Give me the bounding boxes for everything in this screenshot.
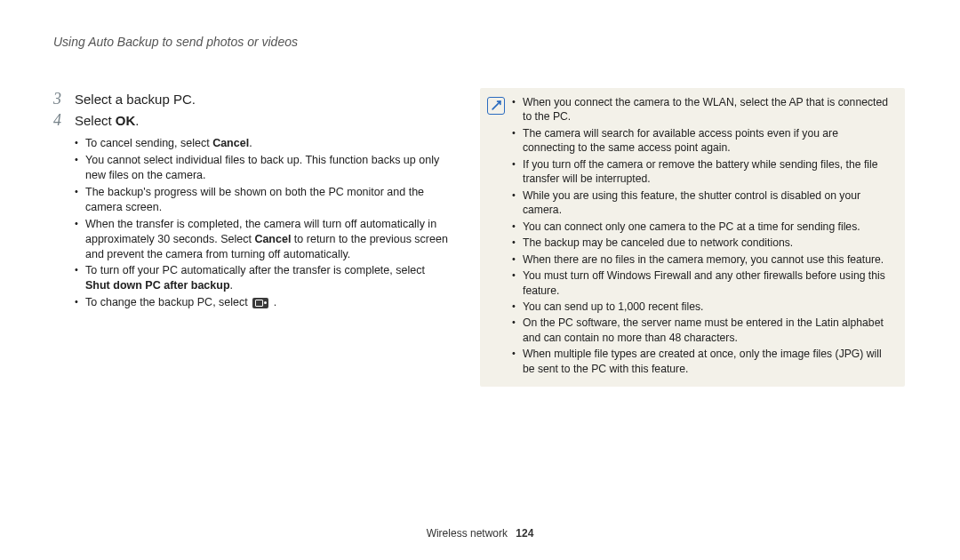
right-column: When you connect the camera to the WLAN,…: [480, 88, 905, 387]
list-item: When there are no files in the camera me…: [512, 252, 891, 267]
text-pre: To turn off your PC automatically after …: [85, 264, 425, 276]
text-post: .: [249, 137, 252, 149]
list-item: When you connect the camera to the WLAN,…: [512, 95, 891, 124]
sub-bullet-list: To cancel sending, select Cancel. You ca…: [75, 136, 450, 310]
page-header: Using Auto Backup to send photos or vide…: [53, 34, 907, 51]
text-bold: Cancel: [212, 137, 249, 149]
note-list: When you connect the camera to the WLAN,…: [512, 95, 891, 378]
step-number: 4: [53, 109, 75, 131]
step-text-pre: Select: [75, 113, 116, 128]
list-item: When the transfer is completed, the came…: [75, 217, 450, 262]
step-3: 3 Select a backup PC.: [53, 88, 450, 109]
change-pc-icon: [252, 298, 268, 308]
left-column: 3 Select a backup PC. 4 Select OK. To ca…: [53, 88, 450, 387]
footer-page-number: 124: [516, 527, 533, 540]
list-item: The backup's progress will be shown on b…: [75, 185, 450, 215]
svg-line-0: [492, 102, 500, 110]
list-item: To cancel sending, select Cancel.: [75, 136, 450, 151]
list-item: You cannot select individual files to ba…: [75, 153, 450, 183]
content-columns: 3 Select a backup PC. 4 Select OK. To ca…: [53, 88, 907, 387]
list-item: You can send up to 1,000 recent files.: [512, 300, 891, 314]
list-item: To turn off your PC automatically after …: [75, 263, 450, 293]
step-text-post: .: [135, 113, 139, 128]
step-text: Select a backup PC.: [75, 91, 196, 108]
list-item: The backup may be canceled due to networ…: [512, 236, 891, 250]
text-bold: Shut down PC after backup: [85, 279, 230, 292]
step-number: 3: [53, 88, 75, 109]
text-bold: Cancel: [254, 233, 291, 245]
note-icon: [487, 97, 505, 115]
list-item: When multiple file types are created at …: [512, 347, 891, 376]
page-footer: Wireless network 124: [0, 526, 960, 540]
list-item: You can connect only one camera to the P…: [512, 220, 891, 234]
text-post: .: [230, 279, 233, 292]
footer-section: Wireless network: [427, 527, 508, 540]
text-pre: To change the backup PC, select: [85, 296, 251, 308]
list-item: While you are using this feature, the sh…: [512, 188, 891, 218]
list-item: To change the backup PC, select .: [75, 295, 450, 310]
text-pre: To cancel sending, select: [85, 137, 212, 149]
step-4: 4 Select OK.: [53, 109, 450, 131]
list-item: The camera will search for available acc…: [512, 126, 891, 156]
step-text: Select OK.: [75, 112, 140, 130]
text-post: .: [270, 296, 276, 308]
list-item: On the PC software, the server name must…: [512, 316, 891, 345]
step-text-bold: OK: [116, 113, 136, 128]
list-item: If you turn off the camera or remove the…: [512, 157, 891, 187]
list-item: You must turn off Windows Firewall and a…: [512, 268, 891, 298]
note-box: When you connect the camera to the WLAN,…: [480, 88, 905, 387]
